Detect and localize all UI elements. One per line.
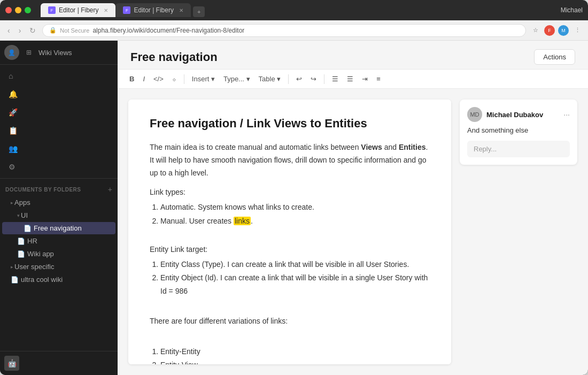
align-button[interactable]: ≡: [373, 73, 384, 85]
tree-label-ultra-cool-wiki: ultra cool wiki: [21, 275, 111, 284]
tree-label-hr: HR: [27, 237, 111, 245]
user-avatar: 👤: [4, 45, 19, 60]
nav-bell[interactable]: 🔔: [2, 86, 115, 103]
spacer-3: [150, 336, 430, 345]
browser-toolbar: ‹ › ↻ 🔒 Not Secure alpha.fibery.io/wiki/…: [0, 20, 588, 41]
tree-item-free-navigation[interactable]: 📄 Free navigation ···: [2, 222, 115, 234]
tab-1-favicon: F: [48, 6, 56, 14]
tree-item-user-specific[interactable]: ▸ User specific ···: [2, 261, 115, 273]
url-text: alpha.fibery.io/wiki/document/Free-navig…: [92, 27, 244, 34]
close-button[interactable]: [5, 7, 12, 13]
address-bar[interactable]: 🔒 Not Secure alpha.fibery.io/wiki/docume…: [42, 24, 526, 37]
lock-icon: 🔒: [49, 27, 57, 34]
type-button[interactable]: Type... ▾: [220, 73, 253, 85]
tree-label-free-navigation: Free navigation: [34, 224, 111, 232]
nav-wiki[interactable]: 📋: [2, 122, 115, 139]
main-content: Free navigation Actions B I </> ⬦ Insert…: [118, 41, 588, 375]
entity-link-1: Entity Class (Type). I can create a link…: [160, 258, 430, 271]
document-area[interactable]: Free navigation / Link Views to Entities…: [128, 100, 451, 364]
code-button[interactable]: </>: [150, 73, 167, 85]
tab-2-label: Editor | Fibery: [134, 6, 173, 14]
maximize-button[interactable]: [25, 7, 31, 13]
variations-list: Entity-Entity Entity-View View-Entity Vi…: [160, 345, 430, 364]
comment-header: MD Michael Dubakov ···: [467, 107, 570, 122]
minimize-button[interactable]: [15, 7, 21, 13]
back-button[interactable]: ‹: [5, 25, 12, 36]
browser-window: F Editor | Fibery ✕ F Editor | Fibery ✕ …: [0, 0, 588, 375]
tree-label-user-specific: User specific: [14, 263, 111, 271]
doc-icon-ultra-cool: 📄: [11, 276, 19, 284]
actions-button[interactable]: Actions: [534, 49, 575, 65]
nav-settings[interactable]: ⚙: [2, 158, 115, 175]
tree-item-ultra-cool-wiki[interactable]: 📄 ultra cool wiki ···: [2, 273, 115, 286]
not-secure-label: Not Secure: [60, 27, 89, 34]
table-button[interactable]: Table ▾: [256, 73, 284, 85]
sidebar-bottom: 🤖: [0, 351, 118, 375]
tree-item-ui[interactable]: ▾ UI ···: [2, 209, 115, 221]
extension-icon-blue[interactable]: M: [558, 25, 569, 36]
browser-titlebar: F Editor | Fibery ✕ F Editor | Fibery ✕ …: [0, 0, 588, 20]
tab-1-close[interactable]: ✕: [104, 7, 108, 13]
tree-label-apps: Apps: [14, 198, 111, 206]
extension-icon-red[interactable]: F: [544, 25, 555, 36]
editor-body: Free navigation / Link Views to Entities…: [118, 89, 588, 375]
link-button[interactable]: ⬦: [169, 73, 180, 85]
sidebar-top: 👤 ⊞ Wiki Views: [0, 41, 118, 65]
sidebar: 👤 ⊞ Wiki Views ⌂ 🔔 🚀 📋: [0, 41, 118, 375]
views-bold: Views: [361, 143, 382, 151]
comment-author-name: Michael Dubakov: [486, 111, 559, 119]
bot-icon[interactable]: 🤖: [4, 356, 19, 371]
insert-button[interactable]: Insert ▾: [189, 73, 218, 85]
tab-1[interactable]: F Editor | Fibery ✕: [41, 3, 115, 17]
bell-icon: 🔔: [9, 90, 18, 98]
nav-rocket[interactable]: 🚀: [2, 104, 115, 121]
nav-people[interactable]: 👥: [2, 140, 115, 157]
entity-link-label: Entity Link target:: [150, 245, 430, 254]
refresh-button[interactable]: ↻: [27, 25, 38, 36]
rocket-icon: 🚀: [9, 108, 18, 117]
forward-button[interactable]: ›: [17, 25, 24, 36]
nav-home[interactable]: ⌂: [2, 67, 115, 85]
toolbar-actions: ☆ F M ⋮: [530, 25, 583, 36]
star-icon[interactable]: ☆: [530, 25, 541, 36]
comment-menu-button[interactable]: ···: [563, 110, 570, 119]
chevron-right-icon: ▸: [11, 200, 13, 205]
home-icon: ⌂: [9, 72, 13, 80]
doc-icon-wiki-app: 📄: [17, 250, 25, 258]
unordered-list-button[interactable]: ☰: [329, 73, 342, 85]
comment-panel: MD Michael Dubakov ··· And something els…: [460, 100, 577, 364]
browser-tabs: F Editor | Fibery ✕ F Editor | Fibery ✕ …: [41, 3, 556, 17]
chevron-down-icon: ▾: [17, 213, 20, 218]
tab-2-favicon: F: [123, 6, 130, 14]
toolbar-separator-3: [324, 74, 324, 84]
entity-link-2: Entity Object (Id). I can create a link …: [160, 271, 430, 298]
variation-1: Entity-Entity: [160, 345, 430, 358]
variation-2: Entity-View: [160, 358, 430, 364]
tab-2[interactable]: F Editor | Fibery ✕: [115, 3, 190, 17]
browser-user: Michael: [561, 6, 583, 14]
redo-button[interactable]: ↪: [307, 73, 320, 85]
page-title: Free navigation: [130, 50, 218, 64]
italic-button[interactable]: I: [140, 73, 148, 85]
ordered-list-button[interactable]: ☰: [344, 73, 357, 85]
entity-links-list: Entity Class (Type). I can create a link…: [160, 258, 430, 299]
indent-button[interactable]: ⇥: [359, 73, 371, 85]
tab-1-label: Editor | Fibery: [59, 6, 98, 14]
bold-button[interactable]: B: [126, 73, 137, 85]
tree-item-wiki-app[interactable]: 📄 Wiki app ···: [2, 248, 115, 260]
tree-item-apps[interactable]: ▸ Apps ···: [2, 196, 115, 209]
link-type-2: Manual. User creates links.: [160, 215, 430, 228]
tree-item-hr[interactable]: 📄 HR ···: [2, 235, 115, 247]
tab-2-close[interactable]: ✕: [179, 7, 183, 13]
document-paragraph-1: The main idea is to create manual and au…: [150, 141, 430, 179]
new-tab-button[interactable]: +: [193, 6, 205, 17]
comment-reply-input[interactable]: Reply...: [467, 141, 570, 157]
section-header: DOCUMENTS BY FOLDERS +: [0, 183, 118, 196]
menu-icon[interactable]: ⋮: [572, 25, 583, 36]
comment-card: MD Michael Dubakov ··· And something els…: [460, 100, 577, 165]
undo-button[interactable]: ↩: [293, 73, 305, 85]
spacer-2: [150, 307, 430, 315]
section-add-button[interactable]: +: [108, 185, 112, 194]
workspace-icons: ⊞: [24, 47, 34, 58]
grid-icon[interactable]: ⊞: [24, 47, 34, 58]
